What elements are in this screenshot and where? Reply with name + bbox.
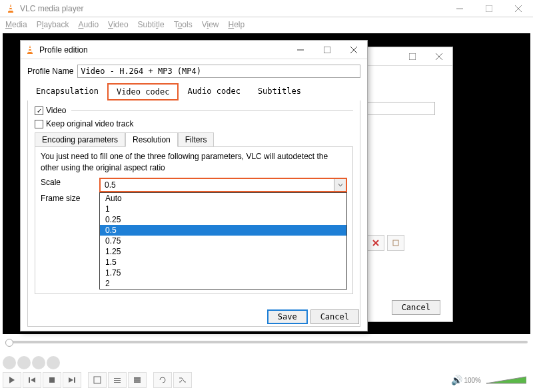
scale-label: Scale [41, 178, 89, 187]
ext-settings-button[interactable] [108, 372, 127, 388]
save-button[interactable]: Save [267, 309, 308, 324]
codec-tabs: Encapsulation Video codec Audio codec Su… [21, 81, 367, 100]
tab-encapsulation[interactable]: Encapsulation [27, 83, 107, 100]
svg-rect-8 [94, 377, 101, 383]
dropdown-option[interactable]: 1.75 [100, 268, 346, 278]
new-profile-button[interactable] [387, 235, 404, 251]
svg-rect-20 [393, 240, 398, 246]
next-button[interactable] [63, 372, 81, 388]
menu-audio[interactable]: Audio [78, 20, 99, 29]
menu-help[interactable]: Help [228, 20, 245, 29]
tab-audio-codec[interactable]: Audio codec [179, 83, 249, 100]
main-titlebar: VLC media player [0, 0, 533, 17]
tab-video-codec[interactable]: Video codec [107, 83, 179, 100]
progress-bar[interactable] [5, 338, 528, 346]
svg-rect-2 [486, 5, 492, 12]
scale-combobox[interactable]: 0.5 [99, 178, 347, 192]
maximize-button[interactable] [314, 41, 340, 59]
svg-rect-10 [114, 380, 121, 381]
volume-icon[interactable]: 🔊 [451, 375, 462, 385]
video-checkbox-label: Video [46, 106, 66, 115]
svg-rect-5 [29, 377, 30, 383]
video-checkbox[interactable]: ✓ [35, 106, 43, 115]
menu-view[interactable]: View [202, 20, 219, 29]
circ-btn-4[interactable] [47, 356, 60, 369]
svg-rect-11 [114, 382, 121, 383]
dropdown-option[interactable]: 0.75 [100, 236, 346, 246]
subtab-encoding[interactable]: Encoding parameters [35, 132, 125, 146]
dropdown-option[interactable]: 1 [100, 204, 346, 214]
vlc-icon [25, 45, 35, 55]
playlist-button[interactable] [128, 372, 147, 388]
dropdown-option[interactable]: Auto [100, 193, 346, 204]
chevron-down-icon[interactable] [334, 179, 346, 191]
svg-rect-15 [409, 53, 416, 60]
profile-dialog-titlebar: Profile edition [21, 41, 367, 59]
dropdown-option[interactable]: 1.25 [100, 246, 346, 257]
scale-value: 0.5 [101, 179, 334, 191]
menu-media[interactable]: Media [5, 20, 27, 29]
maximize-button[interactable] [474, 0, 504, 17]
close-button[interactable] [426, 47, 452, 66]
dropdown-option[interactable]: 0.25 [100, 214, 346, 225]
svg-rect-13 [134, 379, 141, 381]
close-button[interactable] [340, 41, 367, 59]
vlc-icon [5, 3, 16, 14]
menu-subtitle[interactable]: Subtitle [138, 20, 165, 29]
minimize-button[interactable] [287, 41, 314, 59]
cancel-button[interactable]: Cancel [392, 300, 440, 315]
close-button[interactable] [504, 0, 533, 17]
subtab-resolution[interactable]: Resolution [125, 132, 178, 147]
subtab-filters[interactable]: Filters [178, 132, 215, 146]
cancel-button[interactable]: Cancel [310, 309, 359, 324]
dialog-title: Profile edition [39, 45, 287, 55]
dropdown-option[interactable]: 1.5 [100, 257, 346, 268]
volume-percent: 100% [464, 377, 481, 384]
profile-name-input[interactable] [77, 65, 360, 78]
menu-playback[interactable]: Playback [37, 20, 69, 29]
circ-btn-2[interactable] [17, 356, 31, 369]
video-subtabs: Encoding parameters Resolution Filters [35, 132, 353, 146]
window-buttons [445, 0, 533, 17]
menubar: Media Playback Audio Video Subtitle Tool… [0, 17, 533, 32]
tab-subtitles[interactable]: Subtitles [249, 83, 310, 100]
minimize-button[interactable] [445, 0, 474, 17]
profile-name-label: Profile Name [27, 67, 73, 76]
play-button[interactable] [3, 372, 21, 388]
svg-rect-12 [134, 377, 141, 379]
delete-profile-button[interactable] [367, 235, 384, 251]
shuffle-button[interactable] [173, 372, 192, 388]
profile-dialog: Profile edition Profile Name Encapsulati… [20, 40, 368, 331]
circ-btn-3[interactable] [32, 356, 45, 369]
maximize-button[interactable] [399, 47, 426, 66]
dropdown-option[interactable]: 0.5 [100, 225, 346, 236]
fullscreen-button[interactable] [88, 372, 107, 388]
stop-button[interactable] [43, 372, 61, 388]
circ-btn-1[interactable] [3, 356, 16, 369]
playback-controls: 🔊 100% [3, 371, 526, 389]
prev-button[interactable] [23, 372, 41, 388]
scale-dropdown: Auto 1 0.25 0.5 0.75 1.25 1.5 1.75 2 [99, 192, 347, 290]
svg-rect-21 [27, 53, 33, 54]
keep-original-label: Keep original video track [46, 119, 133, 128]
volume-slider[interactable] [486, 375, 526, 385]
svg-rect-0 [8, 11, 13, 13]
menu-video[interactable]: Video [108, 20, 128, 29]
svg-rect-9 [114, 378, 121, 379]
frame-size-label: Frame size [41, 194, 89, 203]
secondary-toolbar [3, 355, 526, 371]
keep-original-checkbox[interactable] [35, 120, 43, 128]
loop-button[interactable] [153, 372, 172, 388]
window-title: VLC media player [20, 4, 445, 13]
svg-rect-23 [324, 47, 330, 53]
svg-rect-7 [74, 377, 75, 383]
menu-tools[interactable]: Tools [174, 20, 193, 29]
dropdown-option[interactable]: 2 [100, 278, 346, 289]
svg-rect-14 [134, 381, 141, 383]
svg-rect-6 [49, 377, 55, 383]
resolution-hint: You just need to fill one of the three f… [41, 151, 347, 174]
